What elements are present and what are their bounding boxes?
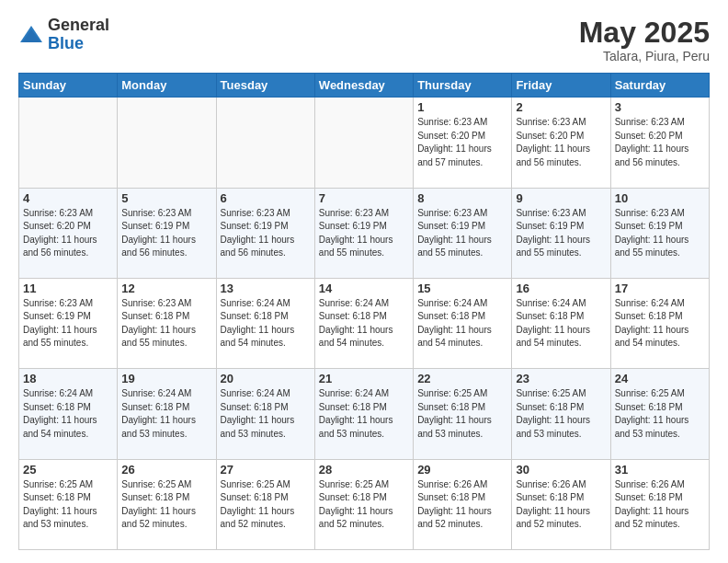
- day-number: 9: [516, 191, 606, 205]
- calendar-cell: 8Sunrise: 6:23 AM Sunset: 6:19 PM Daylig…: [414, 188, 512, 278]
- calendar-cell: 12Sunrise: 6:23 AM Sunset: 6:18 PM Dayli…: [118, 278, 216, 368]
- calendar-cell: 29Sunrise: 6:26 AM Sunset: 6:18 PM Dayli…: [414, 459, 512, 549]
- day-number: 30: [516, 463, 606, 477]
- day-info: Sunrise: 6:25 AM Sunset: 6:18 PM Dayligh…: [221, 478, 311, 532]
- header-tuesday: Tuesday: [216, 74, 314, 98]
- logo-blue: Blue: [48, 34, 84, 52]
- day-number: 7: [319, 191, 409, 205]
- day-number: 31: [615, 463, 705, 477]
- day-info: Sunrise: 6:24 AM Sunset: 6:18 PM Dayligh…: [319, 297, 409, 350]
- calendar-cell: 31Sunrise: 6:26 AM Sunset: 6:18 PM Dayli…: [610, 459, 709, 549]
- header-saturday: Saturday: [610, 74, 709, 98]
- day-info: Sunrise: 6:25 AM Sunset: 6:18 PM Dayligh…: [615, 387, 705, 441]
- day-number: 6: [221, 191, 311, 205]
- day-info: Sunrise: 6:23 AM Sunset: 6:19 PM Dayligh…: [121, 207, 211, 260]
- day-number: 28: [319, 463, 409, 477]
- location: Talara, Piura, Peru: [579, 49, 710, 63]
- calendar-cell: 10Sunrise: 6:23 AM Sunset: 6:19 PM Dayli…: [610, 188, 709, 278]
- day-number: 11: [23, 282, 113, 295]
- calendar-cell: 13Sunrise: 6:24 AM Sunset: 6:18 PM Dayli…: [216, 278, 314, 368]
- calendar-cell: 11Sunrise: 6:23 AM Sunset: 6:19 PM Dayli…: [19, 278, 118, 368]
- header-thursday: Thursday: [414, 74, 512, 98]
- day-number: 27: [221, 463, 311, 477]
- calendar-table: Sunday Monday Tuesday Wednesday Thursday…: [18, 73, 710, 550]
- month-title: May 2025: [579, 17, 710, 49]
- day-info: Sunrise: 6:23 AM Sunset: 6:19 PM Dayligh…: [319, 207, 409, 260]
- day-info: Sunrise: 6:23 AM Sunset: 6:19 PM Dayligh…: [516, 207, 606, 260]
- day-info: Sunrise: 6:24 AM Sunset: 6:18 PM Dayligh…: [615, 297, 705, 350]
- calendar-cell: [216, 98, 314, 188]
- day-info: Sunrise: 6:25 AM Sunset: 6:18 PM Dayligh…: [23, 478, 113, 532]
- day-info: Sunrise: 6:23 AM Sunset: 6:18 PM Dayligh…: [121, 297, 211, 350]
- day-number: 13: [221, 282, 311, 295]
- day-info: Sunrise: 6:24 AM Sunset: 6:18 PM Dayligh…: [516, 297, 606, 350]
- day-info: Sunrise: 6:25 AM Sunset: 6:18 PM Dayligh…: [121, 478, 211, 532]
- header-friday: Friday: [512, 74, 610, 98]
- day-number: 22: [417, 372, 507, 385]
- day-number: 23: [516, 372, 606, 385]
- day-info: Sunrise: 6:23 AM Sunset: 6:19 PM Dayligh…: [615, 207, 705, 260]
- day-info: Sunrise: 6:23 AM Sunset: 6:20 PM Dayligh…: [516, 116, 606, 169]
- day-info: Sunrise: 6:23 AM Sunset: 6:19 PM Dayligh…: [221, 207, 311, 260]
- calendar-cell: 9Sunrise: 6:23 AM Sunset: 6:19 PM Daylig…: [512, 188, 610, 278]
- calendar-cell: 27Sunrise: 6:25 AM Sunset: 6:18 PM Dayli…: [216, 459, 314, 549]
- calendar-cell: 15Sunrise: 6:24 AM Sunset: 6:18 PM Dayli…: [414, 278, 512, 368]
- calendar-cell: [314, 98, 413, 188]
- day-info: Sunrise: 6:23 AM Sunset: 6:20 PM Dayligh…: [417, 116, 507, 169]
- calendar-cell: 17Sunrise: 6:24 AM Sunset: 6:18 PM Dayli…: [610, 278, 709, 368]
- calendar-week-row-1: 4Sunrise: 6:23 AM Sunset: 6:20 PM Daylig…: [19, 188, 710, 278]
- day-number: 26: [121, 463, 211, 477]
- calendar-cell: 21Sunrise: 6:24 AM Sunset: 6:18 PM Dayli…: [314, 369, 413, 459]
- calendar-cell: 20Sunrise: 6:24 AM Sunset: 6:18 PM Dayli…: [216, 369, 314, 459]
- calendar-cell: 19Sunrise: 6:24 AM Sunset: 6:18 PM Dayli…: [118, 369, 216, 459]
- logo-icon: [18, 22, 44, 48]
- day-number: 1: [417, 100, 507, 114]
- day-number: 10: [615, 191, 705, 205]
- calendar-week-row-3: 18Sunrise: 6:24 AM Sunset: 6:18 PM Dayli…: [19, 369, 710, 459]
- day-number: 4: [23, 191, 113, 205]
- calendar-week-row-2: 11Sunrise: 6:23 AM Sunset: 6:19 PM Dayli…: [19, 278, 710, 368]
- day-number: 12: [121, 282, 211, 295]
- day-info: Sunrise: 6:26 AM Sunset: 6:18 PM Dayligh…: [417, 478, 507, 532]
- calendar-cell: 4Sunrise: 6:23 AM Sunset: 6:20 PM Daylig…: [19, 188, 118, 278]
- day-info: Sunrise: 6:24 AM Sunset: 6:18 PM Dayligh…: [417, 297, 507, 350]
- header-monday: Monday: [118, 74, 216, 98]
- day-info: Sunrise: 6:24 AM Sunset: 6:18 PM Dayligh…: [319, 387, 409, 441]
- day-info: Sunrise: 6:26 AM Sunset: 6:18 PM Dayligh…: [615, 478, 705, 532]
- title-block: May 2025 Talara, Piura, Peru: [579, 17, 710, 63]
- day-header-row: Sunday Monday Tuesday Wednesday Thursday…: [19, 74, 710, 98]
- logo-general: General: [48, 16, 109, 34]
- calendar-cell: 22Sunrise: 6:25 AM Sunset: 6:18 PM Dayli…: [414, 369, 512, 459]
- day-number: 2: [516, 100, 606, 114]
- calendar-cell: 6Sunrise: 6:23 AM Sunset: 6:19 PM Daylig…: [216, 188, 314, 278]
- day-number: 5: [121, 191, 211, 205]
- header-sunday: Sunday: [19, 74, 118, 98]
- day-info: Sunrise: 6:24 AM Sunset: 6:18 PM Dayligh…: [221, 387, 311, 441]
- day-number: 19: [121, 372, 211, 385]
- page: General Blue May 2025 Talara, Piura, Per…: [0, 0, 728, 563]
- calendar-cell: [118, 98, 216, 188]
- day-info: Sunrise: 6:24 AM Sunset: 6:18 PM Dayligh…: [221, 297, 311, 350]
- day-number: 15: [417, 282, 507, 295]
- calendar-cell: [19, 98, 118, 188]
- day-number: 21: [319, 372, 409, 385]
- header-wednesday: Wednesday: [314, 74, 413, 98]
- day-info: Sunrise: 6:24 AM Sunset: 6:18 PM Dayligh…: [23, 387, 113, 441]
- calendar-cell: 7Sunrise: 6:23 AM Sunset: 6:19 PM Daylig…: [314, 188, 413, 278]
- header: General Blue May 2025 Talara, Piura, Per…: [18, 17, 710, 63]
- calendar-cell: 25Sunrise: 6:25 AM Sunset: 6:18 PM Dayli…: [19, 459, 118, 549]
- logo-text: General Blue: [48, 17, 109, 53]
- calendar-week-row-4: 25Sunrise: 6:25 AM Sunset: 6:18 PM Dayli…: [19, 459, 710, 549]
- logo: General Blue: [18, 17, 109, 53]
- calendar-cell: 5Sunrise: 6:23 AM Sunset: 6:19 PM Daylig…: [118, 188, 216, 278]
- day-number: 17: [615, 282, 705, 295]
- calendar-cell: 26Sunrise: 6:25 AM Sunset: 6:18 PM Dayli…: [118, 459, 216, 549]
- day-info: Sunrise: 6:25 AM Sunset: 6:18 PM Dayligh…: [319, 478, 409, 532]
- calendar-cell: 1Sunrise: 6:23 AM Sunset: 6:20 PM Daylig…: [414, 98, 512, 188]
- calendar-cell: 28Sunrise: 6:25 AM Sunset: 6:18 PM Dayli…: [314, 459, 413, 549]
- day-info: Sunrise: 6:25 AM Sunset: 6:18 PM Dayligh…: [417, 387, 507, 441]
- day-info: Sunrise: 6:25 AM Sunset: 6:18 PM Dayligh…: [516, 387, 606, 441]
- day-number: 16: [516, 282, 606, 295]
- day-number: 8: [417, 191, 507, 205]
- day-number: 20: [221, 372, 311, 385]
